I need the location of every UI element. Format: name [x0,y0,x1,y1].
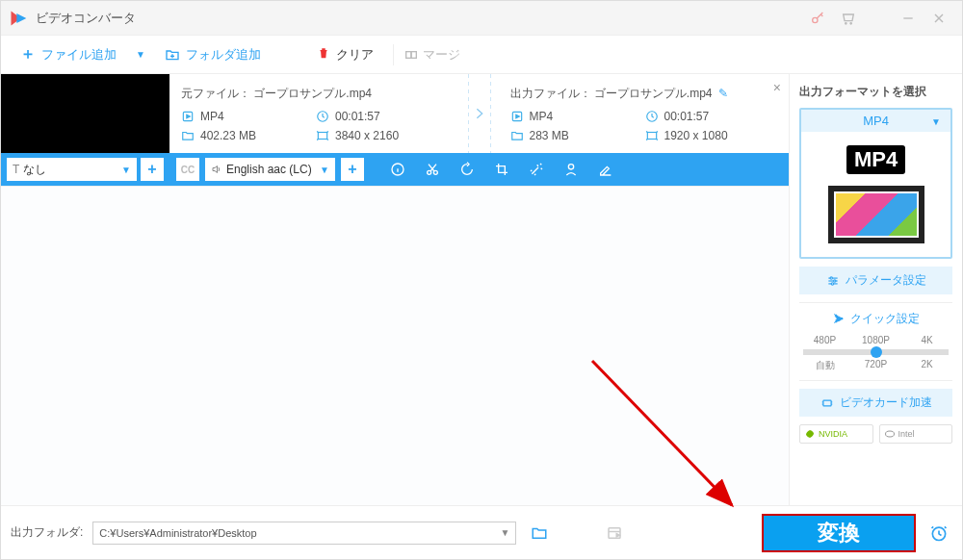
svg-marker-15 [515,115,519,118]
crop-icon[interactable] [487,155,516,184]
clear-label: クリア [336,46,374,64]
output-info: × 出力ファイル： ゴープロサンプル.mp4✎ MP4 00:01:57 283… [499,74,790,153]
format-icon [510,110,524,123]
cc-icon: CC [176,158,199,181]
format-dropdown[interactable]: MP4▼ [801,110,950,132]
svg-marker-38 [617,533,620,536]
svg-point-1 [846,22,846,23]
svg-rect-8 [406,51,411,58]
svg-point-0 [813,17,818,22]
svg-rect-36 [609,527,620,538]
output-folder-input[interactable]: C:¥Users¥Administrator¥Desktop ▼ [92,522,516,545]
clear-button[interactable]: クリア [307,42,383,67]
format-preview: MP4 [801,132,950,257]
quick-settings-title: ⮞クイック設定 [799,311,952,327]
subtitle-select[interactable]: Tなし ▼ [7,158,137,181]
add-file-button[interactable]: ＋ ファイル追加 [11,40,126,68]
duration-icon [645,110,659,123]
output-folder-label: 出力フォルダ: [11,524,83,541]
resolution-slider[interactable]: 480P 1080P 4K 自動 720P 2K [799,335,952,372]
resolution-icon [645,129,659,142]
info-icon[interactable] [383,155,412,184]
add-audio-button[interactable]: + [341,158,364,181]
source-info: 元ファイル： ゴープロサンプル.mp4 MP4 00:01:57 402.23 … [169,74,460,153]
video-thumbnail[interactable] [1,74,169,153]
footer: 出力フォルダ: C:¥Users¥Administrator¥Desktop ▼… [1,505,962,559]
merge-label: マージ [423,46,460,64]
svg-point-29 [831,282,833,284]
add-file-label: ファイル追加 [41,46,117,64]
watermark-icon[interactable] [557,155,586,184]
effect-icon[interactable] [522,155,551,184]
size-icon [181,129,195,142]
edit-toolbar: Tなし ▼ + CC English aac (LC) ▼ + [1,153,789,186]
resolution-icon [316,129,329,142]
svg-point-23 [568,165,573,169]
output-filename: ゴープロサンプル.mp4 [594,87,713,100]
merge-button: マージ [403,46,460,64]
gpu-accel-button[interactable]: ビデオカード加速 [799,389,952,417]
svg-point-28 [833,279,835,281]
titlebar: ビデオコンバータ [1,1,962,36]
add-folder-label: フォルダ追加 [186,46,261,64]
rotate-icon[interactable] [453,155,482,184]
format-icon [181,110,195,123]
key-icon[interactable] [802,3,833,34]
svg-marker-11 [187,115,191,118]
duration-icon [316,110,329,123]
add-subtitle-button[interactable]: + [141,158,164,181]
add-folder-button[interactable]: フォルダ追加 [155,42,271,67]
svg-rect-17 [647,132,656,139]
remove-file-button[interactable]: × [773,80,781,95]
cart-icon[interactable] [833,3,864,34]
minimize-button[interactable] [893,3,924,34]
arrow-divider [460,74,499,153]
source-filename: ゴープロサンプル.mp4 [253,87,372,100]
output-sidebar: 出力フォーマットを選択 MP4▼ MP4 パラメータ設定 ⮞クイック設定 480… [789,74,962,505]
nvidia-chip: NVIDIA [799,424,873,444]
edit-name-button[interactable]: ✎ [718,87,728,100]
sidebar-title: 出力フォーマットを選択 [799,84,952,100]
add-file-dropdown[interactable]: ▼ [130,49,151,60]
browse-folder-button[interactable] [526,520,553,547]
svg-rect-9 [411,51,416,58]
app-logo [9,9,28,28]
close-button[interactable] [924,3,954,34]
format-selector[interactable]: MP4▼ MP4 [799,108,952,259]
convert-button[interactable]: 変換 [762,514,916,552]
svg-rect-30 [822,400,830,406]
subtitle-edit-icon[interactable] [591,155,620,184]
svg-point-35 [885,431,894,437]
intel-chip: Intel [879,424,953,444]
file-row: 元ファイル： ゴープロサンプル.mp4 MP4 00:01:57 402.23 … [1,74,789,187]
file-list: 元ファイル： ゴープロサンプル.mp4 MP4 00:01:57 402.23 … [1,74,789,505]
separator [393,44,394,65]
cut-icon[interactable] [418,155,447,184]
size-icon [510,129,524,142]
svg-point-2 [850,22,851,23]
parameter-settings-button[interactable]: パラメータ設定 [799,267,952,294]
audio-select[interactable]: English aac (LC) ▼ [205,158,335,181]
task-icon [601,520,628,547]
app-title: ビデオコンバータ [36,10,802,27]
svg-point-27 [830,276,832,278]
svg-rect-13 [318,132,326,139]
main-toolbar: ＋ ファイル追加 ▼ フォルダ追加 クリア マージ [1,36,962,74]
schedule-button[interactable] [925,520,952,547]
